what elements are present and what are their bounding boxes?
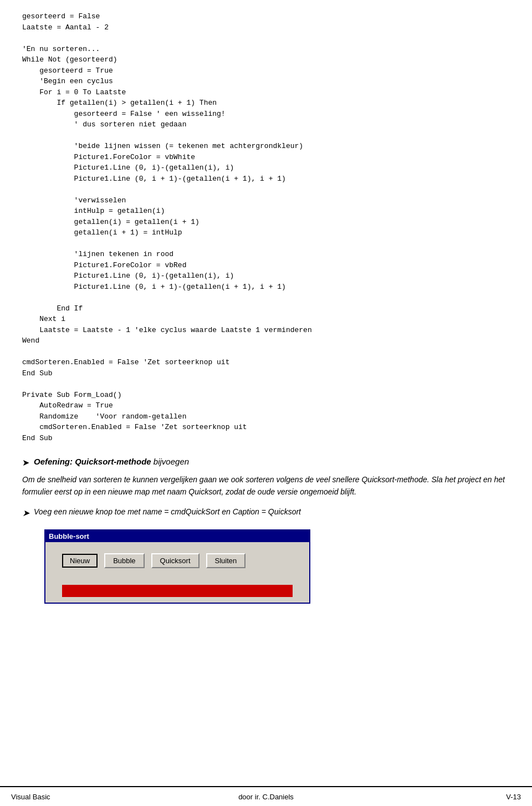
heading-normal-oefening: bijvoegen	[151, 457, 189, 466]
footer-left: Visual Basic	[11, 793, 181, 801]
sluiten-button[interactable]: Sluiten	[206, 553, 246, 568]
arrow-bullet-oefening: ➤	[22, 457, 29, 468]
bullet-voeg-text: Voeg een nieuwe knop toe met name = cmdQ…	[34, 507, 301, 516]
quicksort-button[interactable]: Quicksort	[151, 553, 200, 568]
footer-right: V-13	[351, 793, 521, 801]
body-text-oefening: Om de snelheid van sorteren te kunnen ve…	[22, 473, 510, 498]
heading-bold-oefening: Oefening: Quicksort-methode	[34, 457, 151, 466]
window-titlebar: Bubble-sort	[45, 530, 309, 542]
arrow-bullet-voeg: ➤	[22, 508, 29, 518]
page-content: gesorteerd = False Laatste = Aantal - 2 …	[0, 0, 532, 659]
nieuw-button[interactable]: Nieuw	[62, 554, 98, 568]
bubble-sort-window: Bubble-sort Nieuw Bubble Quicksort Sluit…	[44, 529, 310, 604]
footer: Visual Basic door ir. C.Daniels V-13	[0, 786, 532, 806]
window-body: Nieuw Bubble Quicksort Sluiten	[45, 542, 309, 585]
footer-center: door ir. C.Daniels	[181, 793, 351, 801]
code-block: gesorteerd = False Laatste = Aantal - 2 …	[22, 11, 510, 443]
section-oefening: ➤ Oefening: Quicksort-methode bijvoegen	[22, 457, 510, 468]
bullet-voeg-knop: ➤ Voeg een nieuwe knop toe met name = cm…	[22, 507, 510, 518]
red-bar	[62, 585, 293, 597]
section-oefening-heading: Oefening: Quicksort-methode bijvoegen	[34, 457, 189, 466]
bubble-button[interactable]: Bubble	[104, 553, 144, 568]
